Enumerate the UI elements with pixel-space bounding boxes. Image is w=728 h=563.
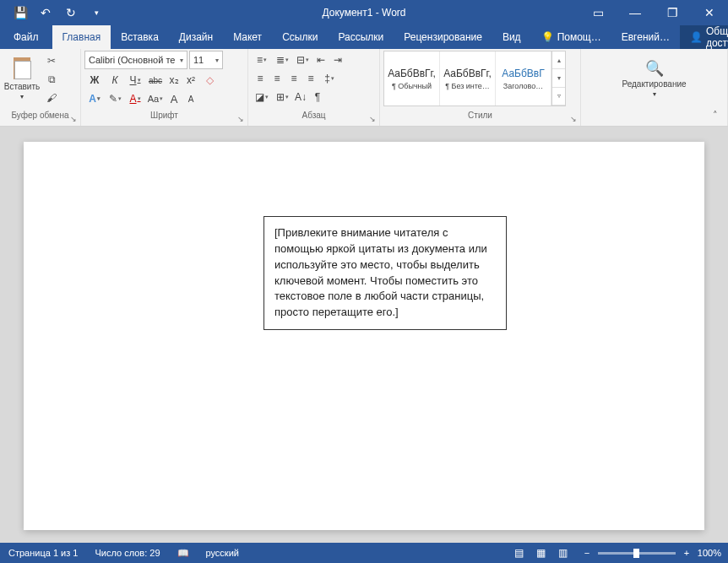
borders-icon[interactable]: ⊞▾ <box>272 88 292 106</box>
tab-layout[interactable]: Макет <box>223 25 272 49</box>
tab-insert[interactable]: Вставка <box>111 25 169 49</box>
zoom-slider[interactable] <box>598 552 676 555</box>
zoom-control: − + 100% <box>574 548 728 558</box>
dialog-launcher-styles[interactable]: ↘ <box>568 114 579 124</box>
text-effects-icon[interactable]: A▾ <box>84 89 105 108</box>
tab-references[interactable]: Ссылки <box>272 25 328 49</box>
chevron-down-icon: ▾ <box>180 57 183 64</box>
find-button[interactable]: 🔍 Редактирование ▾ <box>617 51 693 106</box>
shrink-font-icon[interactable]: A <box>182 89 199 108</box>
style-no-spacing[interactable]: АаБбВвГг, ¶ Без инте… <box>440 51 496 106</box>
bold-button[interactable]: Ж <box>84 71 105 89</box>
chevron-down-icon: ▾ <box>20 93 24 100</box>
copy-icon[interactable]: ⧉ <box>42 71 61 88</box>
group-label-clipboard: Буфер обмена <box>3 111 77 126</box>
increase-indent-icon[interactable]: ⇥ <box>329 51 346 69</box>
group-clipboard: Вставить ▾ ✂ ⧉ 🖌 Буфер обмена ↘ <box>0 49 81 126</box>
group-styles: АаБбВвГг, ¶ Обычный АаБбВвГг, ¶ Без инте… <box>380 49 581 126</box>
show-marks-icon[interactable]: ¶ <box>309 88 326 106</box>
style-heading1[interactable]: АаБбВвГ Заголово… <box>496 51 551 106</box>
font-name-combo[interactable]: Calibri (Основной те▾ <box>84 51 187 69</box>
dialog-launcher-paragraph[interactable]: ↘ <box>367 114 378 124</box>
zoom-level[interactable]: 100% <box>698 548 721 558</box>
tab-review[interactable]: Рецензирование <box>394 25 492 49</box>
expand-gallery-icon[interactable]: ▿ <box>552 88 565 106</box>
numbering-icon[interactable]: ≣▾ <box>272 51 292 69</box>
window-title: Документ1 - Word <box>322 7 405 19</box>
highlight-icon[interactable]: ✎▾ <box>105 89 125 108</box>
status-bar: Страница 1 из 1 Число слов: 29 📖 русский… <box>0 543 728 563</box>
bullets-icon[interactable]: ≡▾ <box>252 51 272 69</box>
page[interactable]: [Привлеките внимание читателя с помощью … <box>24 142 704 530</box>
underline-button[interactable]: Ч▾ <box>125 71 145 89</box>
superscript-button[interactable]: x² <box>182 71 199 89</box>
tab-design[interactable]: Дизайн <box>169 25 223 49</box>
group-label-paragraph: Абзац <box>252 111 376 126</box>
font-size-combo[interactable]: 11▾ <box>189 51 223 69</box>
tab-home[interactable]: Главная <box>52 25 111 49</box>
italic-button[interactable]: К <box>105 71 125 89</box>
tab-mailings[interactable]: Рассылки <box>328 25 394 49</box>
tell-me[interactable]: 💡Помощ… <box>531 25 611 49</box>
restore-icon[interactable]: ❐ <box>654 0 691 25</box>
group-paragraph: ≡▾ ≣▾ ⊟▾ ⇤ ⇥ ≡ ≡ ≡ ≡ ‡▾ ◪▾ ⊞▾ A↓ ¶ Абзац… <box>248 49 380 126</box>
tab-file[interactable]: Файл <box>0 25 52 49</box>
align-right-icon[interactable]: ≡ <box>285 69 302 88</box>
share-icon: 👤 <box>690 31 703 43</box>
zoom-thumb[interactable] <box>633 549 639 558</box>
change-case-icon[interactable]: Aa▾ <box>145 89 166 108</box>
web-layout-icon[interactable]: ▥ <box>552 543 574 563</box>
spellcheck-icon[interactable]: 📖 <box>169 543 198 563</box>
minimize-icon[interactable]: — <box>617 0 654 25</box>
gallery-more[interactable]: ▴ ▾ ▿ <box>551 51 565 106</box>
window-controls: ▭ — ❐ ✕ <box>579 0 728 25</box>
align-center-icon[interactable]: ≡ <box>269 69 285 88</box>
subscript-button[interactable]: x₂ <box>166 71 182 89</box>
dialog-launcher-clipboard[interactable]: ↘ <box>68 114 79 124</box>
chevron-up-icon[interactable]: ▴ <box>552 51 565 69</box>
zoom-in-button[interactable]: + <box>681 548 693 558</box>
strike-button[interactable]: abc <box>145 71 166 89</box>
dialog-launcher-font[interactable]: ↘ <box>236 114 246 124</box>
text-box[interactable]: [Привлеките внимание читателя с помощью … <box>263 216 507 330</box>
ribbon-tabs: Файл Главная Вставка Дизайн Макет Ссылки… <box>0 25 728 49</box>
tab-view[interactable]: Вид <box>492 25 531 49</box>
line-spacing-icon[interactable]: ‡▾ <box>319 69 340 88</box>
undo-icon[interactable]: ↶ <box>34 2 57 24</box>
group-label-font: Шрифт <box>84 111 244 126</box>
language-indicator[interactable]: русский <box>198 543 247 563</box>
grow-font-icon[interactable]: A <box>166 89 182 108</box>
zoom-out-button[interactable]: − <box>581 548 593 558</box>
clear-formatting-icon[interactable]: ◇ <box>199 71 220 89</box>
align-left-icon[interactable]: ≡ <box>252 69 269 88</box>
search-icon: 🔍 <box>645 59 664 78</box>
collapse-ribbon-icon[interactable]: ˄ <box>708 108 723 122</box>
page-indicator[interactable]: Страница 1 из 1 <box>0 543 86 563</box>
group-font: Calibri (Основной те▾ 11▾ Ж К Ч▾ abc x₂ … <box>81 49 248 126</box>
paste-button[interactable]: Вставить ▾ <box>3 51 41 106</box>
font-color-icon[interactable]: A▾ <box>125 89 145 108</box>
word-count[interactable]: Число слов: 29 <box>86 543 168 563</box>
chevron-down-icon[interactable]: ▾ <box>552 69 565 87</box>
cut-icon[interactable]: ✂ <box>42 52 61 69</box>
qat-customize-icon[interactable]: ▾ <box>84 2 108 24</box>
decrease-indent-icon[interactable]: ⇤ <box>312 51 329 69</box>
lightbulb-icon: 💡 <box>541 31 554 43</box>
sort-icon[interactable]: A↓ <box>292 88 309 106</box>
group-editing: 🔍 Редактирование ▾ <box>581 49 728 126</box>
print-layout-icon[interactable]: ▦ <box>530 543 552 563</box>
multilevel-list-icon[interactable]: ⊟▾ <box>292 51 312 69</box>
shading-icon[interactable]: ◪▾ <box>252 88 272 106</box>
justify-icon[interactable]: ≡ <box>302 69 319 88</box>
redo-icon[interactable]: ↻ <box>59 2 83 24</box>
format-painter-icon[interactable]: 🖌 <box>42 89 61 106</box>
account-name[interactable]: Евгений… <box>611 25 680 49</box>
style-normal[interactable]: АаБбВвГг, ¶ Обычный <box>384 51 440 106</box>
styles-gallery[interactable]: АаБбВвГг, ¶ Обычный АаБбВвГг, ¶ Без инте… <box>383 51 566 106</box>
ribbon-options-icon[interactable]: ▭ <box>579 0 617 25</box>
close-icon[interactable]: ✕ <box>691 0 728 25</box>
read-mode-icon[interactable]: ▤ <box>508 543 530 563</box>
save-icon[interactable]: 💾 <box>8 2 32 24</box>
document-area[interactable]: [Привлеките внимание читателя с помощью … <box>0 127 728 543</box>
share-button[interactable]: 👤Общий доступ <box>680 25 728 49</box>
